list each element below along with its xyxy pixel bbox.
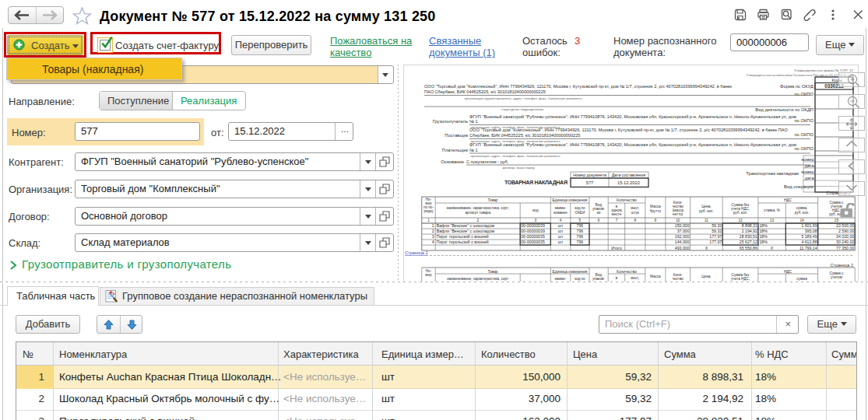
- svg-text:11 799,14: 11 799,14: [799, 246, 817, 250]
- svg-text:номер: номер: [801, 170, 814, 174]
- svg-text:Масса: Масса: [650, 275, 661, 278]
- svg-text:ставка, %: ставка, %: [764, 208, 780, 212]
- svg-text:X: X: [705, 246, 708, 250]
- svg-text:9: 9: [655, 219, 657, 222]
- svg-text:наиме-: наиме-: [554, 277, 566, 281]
- svg-text:Единица измерения: Единица измерения: [553, 270, 588, 274]
- svg-text:Плательщик: Плательщик: [442, 148, 469, 152]
- svg-text:493,000: 493,000: [675, 246, 690, 250]
- svg-text:18%: 18%: [759, 229, 768, 233]
- svg-text:ки: ки: [597, 211, 601, 215]
- svg-text:Грузополучатель: Грузополучатель: [433, 119, 468, 124]
- svg-text:учетом: учетом: [831, 275, 842, 279]
- svg-text:15: 15: [835, 219, 839, 222]
- svg-text:шт: шт: [558, 240, 564, 244]
- svg-text:Количество: Количество: [617, 198, 637, 202]
- svg-text:3: 3: [534, 219, 536, 222]
- svg-text:59,32: 59,32: [712, 229, 722, 233]
- svg-text:1 601,69: 1 601,69: [801, 223, 817, 228]
- svg-text:структурное подразделение: структурное подразделение: [501, 107, 544, 111]
- svg-text:796: 796: [577, 240, 584, 244]
- svg-text:Вид деятельности по ОКДП: Вид деятельности по ОКДП: [755, 107, 814, 112]
- svg-text:8 898,31: 8 898,31: [742, 223, 757, 228]
- svg-text:Товар: Товар: [487, 198, 497, 202]
- svg-text:наименование, характеристика,: наименование, характеристика, сорт,: [447, 206, 509, 210]
- svg-text:177,97: 177,97: [709, 240, 722, 244]
- svg-text:2 194,92: 2 194,92: [742, 229, 757, 233]
- svg-text:Товар: Товар: [487, 270, 497, 274]
- svg-text:ООО "Торговый дом "Комплексный: ООО "Торговый дом "Комплексный", ИНН 779…: [469, 128, 788, 132]
- svg-text:11: 11: [705, 219, 708, 222]
- svg-text:65 550,86: 65 550,86: [740, 246, 757, 250]
- svg-text:артикул товара: артикул товара: [465, 211, 490, 215]
- svg-text:Коли-: Коли-: [673, 273, 683, 277]
- svg-text:77 350,00: 77 350,00: [836, 246, 854, 250]
- svg-text:№ 1: № 1: [469, 119, 478, 124]
- svg-text:18%: 18%: [759, 223, 768, 228]
- svg-text:учета НДС,: учета НДС,: [731, 277, 750, 281]
- svg-text:Вид операции: Вид операции: [784, 184, 814, 189]
- svg-text:14: 14: [799, 219, 804, 222]
- svg-text:номер: номер: [801, 157, 814, 162]
- svg-text:796: 796: [577, 223, 584, 228]
- svg-text:3: 3: [432, 234, 434, 239]
- svg-text:Страница 2: Страница 2: [405, 250, 428, 255]
- svg-text:4: 4: [560, 219, 562, 222]
- svg-text:18%: 18%: [759, 240, 768, 244]
- svg-text:4: 4: [432, 240, 434, 244]
- svg-text:шт: шт: [558, 229, 564, 233]
- svg-text:ОКЕИ: ОКЕИ: [575, 211, 585, 215]
- svg-text:№ 1: № 1: [469, 148, 478, 152]
- svg-text:Цена,: Цена,: [701, 205, 711, 208]
- svg-text:мест,: мест,: [631, 276, 639, 280]
- svg-text:577: 577: [586, 180, 594, 185]
- svg-text:34 020,00: 34 020,00: [836, 234, 854, 239]
- svg-text:нетто): нетто): [673, 212, 684, 216]
- svg-text:796: 796: [577, 234, 584, 239]
- svg-text:С покупателем - руб.: С покупателем - руб.: [466, 159, 509, 164]
- svg-text:Количество: Количество: [617, 270, 637, 274]
- svg-text:код по: код по: [575, 277, 585, 281]
- svg-text:5: 5: [579, 219, 582, 222]
- svg-text:13: 13: [770, 219, 775, 222]
- svg-text:чество: чество: [673, 277, 684, 281]
- svg-text:ФГУП "Военный санаторий "Рубле: ФГУП "Военный санаторий "Рублево-успенск…: [469, 114, 796, 119]
- svg-text:ПАО Сбербанк, БИК 044525225, к: ПАО Сбербанк, БИК 044525225, к/с 3010181…: [424, 89, 546, 94]
- svg-text:Транспортная накладная: Транспортная накладная: [746, 171, 799, 176]
- svg-text:25 627,12: 25 627,12: [740, 240, 757, 244]
- svg-text:руб. коп.: руб. коп.: [795, 211, 809, 215]
- svg-text:00-00000035: 00-00000035: [521, 240, 545, 244]
- svg-text:мер: мер: [425, 273, 432, 277]
- svg-text:Масса: Масса: [650, 205, 661, 208]
- svg-text:брутто: брутто: [650, 209, 662, 213]
- svg-text:по ОКПО: по ОКПО: [794, 118, 814, 123]
- svg-text:по ОКПО: по ОКПО: [794, 92, 814, 96]
- svg-text:Поставщик: Поставщик: [445, 133, 468, 138]
- svg-text:Сбербанк, БИК 044525225, к/с 3: Сбербанк, БИК 044525225, к/с 30101810400…: [469, 133, 580, 138]
- svg-text:Пирог тирольский с вишней: Пирог тирольский с вишней: [437, 234, 489, 239]
- svg-text:договор, заказ-наряд: договор, заказ-наряд: [502, 166, 535, 170]
- svg-text:по ОКПО: по ОКПО: [794, 146, 814, 151]
- svg-text:месте: месте: [612, 212, 622, 216]
- svg-text:по ОКПО: по ОКПО: [794, 132, 814, 137]
- svg-text:рядку: рядку: [423, 209, 434, 213]
- svg-text:Дата составления: Дата составления: [612, 173, 646, 177]
- svg-text:ООО "Торговый дом "Комплексный: ООО "Торговый дом "Комплексный", ИНН 779…: [424, 84, 732, 89]
- svg-text:штук: штук: [631, 211, 640, 215]
- svg-text:ТОВАРНАЯ НАКЛАДНАЯ: ТОВАРНАЯ НАКЛАДНАЯ: [504, 180, 568, 186]
- svg-text:в: в: [616, 276, 618, 280]
- svg-text:нование: нование: [553, 211, 568, 215]
- svg-text:упаков-: упаков-: [592, 277, 605, 281]
- svg-text:руб. коп.: руб. коп.: [699, 209, 713, 213]
- svg-text:организация, адрес, телефон, ф: организация, адрес, телефон, факс, банко…: [470, 154, 560, 158]
- svg-text:шт: шт: [558, 234, 564, 239]
- svg-text:2: 2: [476, 219, 479, 222]
- svg-text:сумма: сумма: [796, 277, 807, 281]
- svg-text:код по: код по: [575, 206, 585, 210]
- svg-text:15.12.2022: 15.12.2022: [617, 180, 640, 185]
- svg-text:00-00000039: 00-00000039: [521, 229, 545, 233]
- svg-text:12: 12: [738, 219, 743, 222]
- svg-text:18%: 18%: [759, 234, 768, 239]
- svg-text:руб. коп.: руб. коп.: [733, 211, 747, 215]
- svg-text:Единица измерения: Единица измерения: [553, 198, 588, 202]
